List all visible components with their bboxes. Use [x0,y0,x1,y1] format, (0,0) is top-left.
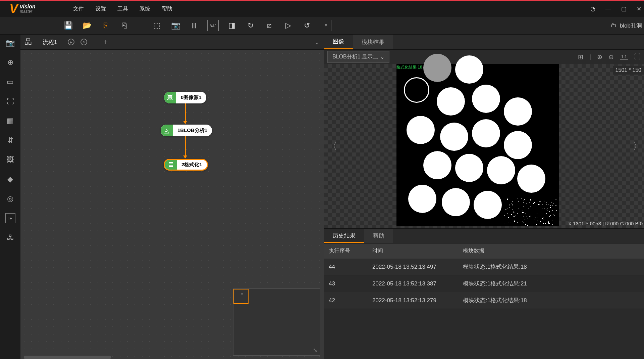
col-data: 模块数据 [458,243,644,259]
history-table-header: 执行序号 时间 模块数据 [324,243,644,259]
menu-system[interactable]: 系统 [140,5,150,12]
node-format[interactable]: ≣ 2格式化1 [164,159,208,171]
flow-dropdown-icon[interactable]: ⌄ [315,39,319,45]
export-icon[interactable]: ⎘ [100,20,111,31]
horizontal-scrollbar[interactable] [24,356,111,359]
minimap-viewport[interactable]: ≡ [233,289,249,304]
image-viewport[interactable]: 〈 〉 格式化结果 18 1501 * 150 X:1301 Y:0053 | … [324,64,644,228]
form-icon[interactable]: F [320,20,331,31]
brand-top: vision [20,4,35,9]
col-time: 时间 [368,243,458,259]
cursor-coordinates: X:1301 Y:0053 | R:000 G:000 B:0 [568,221,643,226]
open-icon[interactable]: 📂 [81,20,93,31]
import-icon[interactable]: ⎗ [119,20,130,31]
tool-network-icon[interactable]: 🖧 [5,233,15,243]
camera-icon[interactable]: 📷 [170,20,181,31]
image-source-selector[interactable]: BLOB分析1.显示二⌄ [327,51,389,63]
tool-pixel-icon[interactable]: ▦ [5,116,15,126]
main-toolbar: 💾 📂 ⎘ ⎗ ⬚ 📷 ⫼ var ◨ ↻ ⧄ ▷ ↺ F 🗀 blob孔洞 [0,17,644,35]
brand-bottom: master [20,9,35,13]
blob-node-icon: ◬ [161,125,173,136]
status-icon[interactable]: ◔ [590,5,595,12]
col-sequence: 执行序号 [324,243,368,259]
grid-icon[interactable]: ⊞ [578,53,583,61]
maximize-button[interactable]: ▢ [621,5,627,12]
minimap[interactable]: ≡ ⤡ [233,288,320,356]
tab-image[interactable]: 图像 [324,35,353,49]
tool-gauge-icon[interactable]: ◎ [5,194,15,204]
right-panel: 图像 模块结果 BLOB分析1.显示二⌄ ⊞ | ⊕ ⊖ 1:1 ⛶ 〈 〉 格… [324,35,644,359]
project-name[interactable]: 🗀 blob孔洞 [611,22,644,30]
main-menu: 文件 设置 工具 系统 帮助 [73,5,172,12]
menu-file[interactable]: 文件 [73,5,84,12]
image-dimensions: 1501 * 150 [613,66,644,75]
image-toolbar: BLOB分析1.显示二⌄ ⊞ | ⊕ ⊖ 1:1 ⛶ [324,50,644,64]
play-icon[interactable]: ▷ [282,20,294,31]
table-row[interactable]: 422022-05-18 13:52:13:279模块状态:1格式化结果:18 [324,292,644,309]
history-table-body: 442022-05-18 13:52:13:497模块状态:1格式化结果:184… [324,259,644,309]
tab-history[interactable]: 历史结果 [324,229,364,243]
tool-fill-icon[interactable]: ◆ [5,174,15,184]
lock-icon[interactable]: ⬚ [151,20,162,31]
run-loop-button[interactable]: ↻ [80,39,87,45]
zoom-out-icon[interactable]: ⊖ [608,53,614,61]
var-icon[interactable]: var [207,20,219,31]
tool-crop-icon[interactable]: ⛶ [5,96,15,106]
zoom-in-icon[interactable]: ⊕ [597,53,602,61]
run-once-button[interactable]: ▶ [68,39,74,45]
image-node-icon: 🖼 [164,92,176,103]
add-flow-button[interactable]: + [103,38,108,46]
tool-rect-icon[interactable]: ▭ [5,77,15,87]
close-button[interactable]: ✕ [637,5,641,12]
tab-help[interactable]: 帮助 [364,229,393,243]
table-row[interactable]: 432022-05-18 13:52:13:387模块状态:1格式化结果:21 [324,275,644,292]
format-node-icon: ≣ [165,160,177,170]
refresh-icon[interactable]: ↻ [245,20,256,31]
flow-connector [185,103,186,124]
tool-if-icon[interactable]: IF [5,213,15,223]
result-tabs: 图像 模块结果 [324,35,644,50]
window-controls: ◔ — ▢ ✕ [590,5,641,12]
flow-canvas[interactable]: 🖼 0图像源1 ◬ 1BLOB分析1 ≣ 2格式化1 ≡ ⤡ [20,50,324,359]
tool-target-icon[interactable]: ⊕ [5,57,15,68]
menu-tools[interactable]: 工具 [117,5,128,12]
code-icon[interactable]: ⧄ [264,20,275,31]
node-blob-analysis[interactable]: ◬ 1BLOB分析1 [161,125,212,136]
logo-mark-icon [9,2,18,16]
left-toolbox: 📷 ⊕ ▭ ⛶ ▦ ⇵ 🖼 ◆ ◎ IF 🖧 [0,35,20,359]
tool-camera-icon[interactable]: 📷 [5,38,15,48]
slider-icon[interactable]: ⫼ [189,20,200,31]
menu-settings[interactable]: 设置 [95,5,106,12]
flow-area: 品 流程1 ▶ ↻ + ⌄ 🖼 0图像源1 ◬ 1BLOB分析1 ≣ 2格式化1 [20,35,324,359]
tab-module-result[interactable]: 模块结果 [353,35,393,49]
minimize-button[interactable]: — [605,5,611,12]
process-tree-icon[interactable]: 品 [24,37,32,47]
blob-result-image [396,64,559,226]
prev-image-button[interactable]: 〈 [327,139,337,153]
titlebar: vision master 文件 设置 工具 系统 帮助 ◔ — ▢ ✕ [0,1,644,17]
chevron-down-icon: ⌄ [380,54,384,60]
save-icon[interactable]: 💾 [62,20,74,31]
flow-tabs: 品 流程1 ▶ ↻ + ⌄ [20,35,324,50]
next-image-button[interactable]: 〉 [633,139,643,153]
app-logo: vision master [3,2,60,16]
tool-image-icon[interactable]: 🖼 [5,155,15,165]
flow-connector [185,136,186,158]
menu-help[interactable]: 帮助 [162,5,172,12]
resize-handle-icon[interactable]: ⤡ [313,347,317,353]
flow-tab-1[interactable]: 流程1 [38,38,62,46]
loop-icon[interactable]: ↺ [301,20,313,31]
table-row[interactable]: 442022-05-18 13:52:13:497模块状态:1格式化结果:18 [324,259,644,275]
node-image-source[interactable]: 🖼 0图像源1 [164,92,206,103]
bottom-tabs: 历史结果 帮助 [324,228,644,243]
fullscreen-icon[interactable]: ⛶ [634,53,641,60]
folder-icon: 🗀 [611,22,616,29]
layout-icon[interactable]: ◨ [226,20,237,31]
tool-measure-icon[interactable]: ⇵ [5,135,15,145]
fit-icon[interactable]: 1:1 [620,54,628,60]
result-label: 格式化结果 18 [396,64,422,70]
